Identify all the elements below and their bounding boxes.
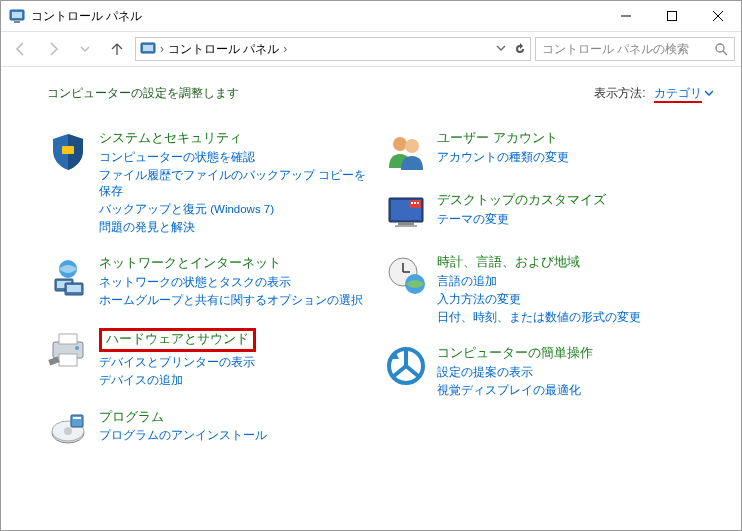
svg-line-10 xyxy=(723,51,727,55)
category-link[interactable]: 言語の追加 xyxy=(437,273,641,289)
category-title[interactable]: コンピューターの簡単操作 xyxy=(437,345,593,362)
category-link[interactable]: バックアップと復元 (Windows 7) xyxy=(99,201,375,217)
svg-point-9 xyxy=(716,44,724,52)
category-title[interactable]: 時計、言語、および地域 xyxy=(437,254,641,271)
category-link[interactable]: ファイル履歴でファイルのバックアップ コピーを保存 xyxy=(99,167,375,199)
network-icon xyxy=(47,255,89,297)
category-link[interactable]: プログラムのアンインストール xyxy=(99,427,267,443)
svg-rect-16 xyxy=(67,285,81,292)
left-column: システムとセキュリティ コンピューターの状態を確認 ファイル履歴でファイルのバッ… xyxy=(47,130,375,451)
category-hardware-sound: ハードウェアとサウンド デバイスとプリンターの表示 デバイスの追加 xyxy=(47,328,375,388)
desktop-icon xyxy=(385,192,427,234)
search-icon[interactable] xyxy=(714,42,728,56)
category-link[interactable]: コンピューターの状態を確認 xyxy=(99,149,375,165)
programs-icon xyxy=(47,409,89,451)
svg-rect-19 xyxy=(59,354,77,366)
category-title[interactable]: プログラム xyxy=(99,409,267,426)
breadcrumb-sep: › xyxy=(160,42,164,56)
category-ease-of-access: コンピューターの簡単操作 設定の提案の表示 視覚ディスプレイの最適化 xyxy=(385,345,713,398)
category-link[interactable]: デバイスとプリンターの表示 xyxy=(99,354,256,370)
svg-rect-36 xyxy=(395,225,417,227)
svg-rect-2 xyxy=(14,21,20,23)
users-icon xyxy=(385,130,427,172)
breadcrumb-root[interactable]: コントロール パネル xyxy=(168,41,279,58)
category-clock-language: 時計、言語、および地域 言語の追加 入力方法の変更 日付、時刻、または数値の形式… xyxy=(385,254,713,325)
right-column: ユーザー アカウント アカウントの種類の変更 デスクトップのカスタマイズ テーマ… xyxy=(385,130,713,451)
svg-rect-4 xyxy=(668,12,677,21)
recent-dropdown[interactable] xyxy=(71,36,99,62)
view-value: カテゴリ xyxy=(654,86,702,103)
svg-point-20 xyxy=(75,346,79,350)
category-title[interactable]: ユーザー アカウント xyxy=(437,130,569,147)
category-link[interactable]: ネットワークの状態とタスクの表示 xyxy=(99,274,363,290)
view-dropdown[interactable]: カテゴリ xyxy=(654,85,713,102)
content-area: コンピューターの設定を調整します 表示方法: カテゴリ システムとセキュリティ … xyxy=(1,67,741,469)
svg-rect-35 xyxy=(398,222,414,225)
minimize-button[interactable] xyxy=(603,1,649,31)
category-link[interactable]: テーマの変更 xyxy=(437,211,606,227)
search-input[interactable] xyxy=(542,42,714,56)
printer-icon xyxy=(47,328,89,370)
category-title[interactable]: ネットワークとインターネット xyxy=(99,255,363,272)
svg-rect-33 xyxy=(414,202,416,204)
control-panel-icon xyxy=(140,41,156,57)
category-network: ネットワークとインターネット ネットワークの状態とタスクの表示 ホームグループと… xyxy=(47,255,375,308)
view-label: 表示方法: xyxy=(594,85,645,102)
category-link[interactable]: ホームグループと共有に関するオプションの選択 xyxy=(99,292,363,308)
category-programs: プログラム プログラムのアンインストール xyxy=(47,409,375,451)
category-title[interactable]: ハードウェアとサウンド xyxy=(106,331,249,346)
svg-rect-18 xyxy=(59,334,77,344)
category-link[interactable]: 視覚ディスプレイの最適化 xyxy=(437,382,593,398)
maximize-button[interactable] xyxy=(649,1,695,31)
svg-point-27 xyxy=(393,137,407,151)
category-personalization: デスクトップのカスタマイズ テーマの変更 xyxy=(385,192,713,234)
category-title[interactable]: デスクトップのカスタマイズ xyxy=(437,192,606,209)
category-link[interactable]: 問題の発見と解決 xyxy=(99,219,375,235)
svg-rect-34 xyxy=(417,202,419,204)
svg-rect-26 xyxy=(73,417,81,419)
category-system-security: システムとセキュリティ コンピューターの状態を確認 ファイル履歴でファイルのバッ… xyxy=(47,130,375,235)
back-button[interactable] xyxy=(7,36,35,62)
control-panel-icon xyxy=(9,8,25,24)
refresh-icon[interactable] xyxy=(514,43,526,55)
svg-rect-8 xyxy=(143,45,153,51)
search-box[interactable] xyxy=(535,37,735,61)
category-link[interactable]: アカウントの種類の変更 xyxy=(437,149,569,165)
page-heading: コンピューターの設定を調整します xyxy=(47,85,594,102)
svg-point-28 xyxy=(405,139,419,153)
toolbar: › コントロール パネル › xyxy=(1,31,741,67)
forward-button[interactable] xyxy=(39,36,67,62)
svg-rect-32 xyxy=(411,202,413,204)
category-link[interactable]: デバイスの追加 xyxy=(99,372,256,388)
close-button[interactable] xyxy=(695,1,741,31)
address-bar[interactable]: › コントロール パネル › xyxy=(135,37,531,61)
svg-point-24 xyxy=(64,427,72,435)
category-link[interactable]: 設定の提案の表示 xyxy=(437,364,593,380)
category-user-accounts: ユーザー アカウント アカウントの種類の変更 xyxy=(385,130,713,172)
breadcrumb-sep: › xyxy=(283,42,287,56)
svg-rect-11 xyxy=(62,146,74,154)
up-button[interactable] xyxy=(103,36,131,62)
svg-rect-21 xyxy=(48,357,59,366)
clock-globe-icon xyxy=(385,254,427,296)
shield-icon xyxy=(47,130,89,172)
category-title[interactable]: システムとセキュリティ xyxy=(99,130,375,147)
highlighted-title-box: ハードウェアとサウンド xyxy=(99,328,256,352)
ease-of-access-icon xyxy=(385,345,427,387)
svg-rect-25 xyxy=(71,415,83,427)
address-dropdown-icon[interactable] xyxy=(496,43,506,55)
category-link[interactable]: 入力方法の変更 xyxy=(437,291,641,307)
category-link[interactable]: 日付、時刻、または数値の形式の変更 xyxy=(437,309,641,325)
window-title: コントロール パネル xyxy=(31,8,603,25)
svg-rect-1 xyxy=(12,12,22,18)
title-bar: コントロール パネル xyxy=(1,1,741,31)
